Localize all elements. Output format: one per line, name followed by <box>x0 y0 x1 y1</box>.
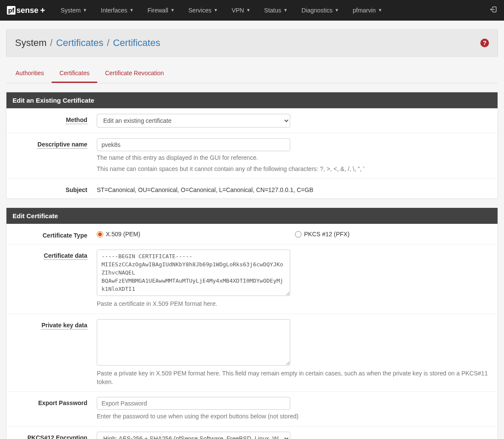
crumb-separator: / <box>107 37 110 49</box>
caret-down-icon: ▼ <box>283 0 288 21</box>
nav-item-system[interactable]: System▼ <box>54 0 94 21</box>
nav-item-interfaces[interactable]: Interfaces▼ <box>94 0 141 21</box>
caret-down-icon: ▼ <box>246 0 250 21</box>
caret-down-icon: ▼ <box>129 0 134 21</box>
label-cert-type: Certificate Type <box>11 229 97 239</box>
brand-logo[interactable]: pf sense + <box>7 6 45 15</box>
nav-item-firewall[interactable]: Firewall▼ <box>141 0 181 21</box>
brand-box: pf <box>7 6 15 15</box>
logout-icon[interactable] <box>489 6 497 15</box>
page-header: System / Certificates / Certificates ? <box>6 29 498 57</box>
method-select[interactable]: Edit an existing certificate <box>97 114 290 128</box>
export-password-input[interactable] <box>97 397 290 410</box>
help-text: This name can contain spaces but it cann… <box>97 165 493 174</box>
panel-edit-existing: Edit an Existing Certificate Method Edit… <box>6 92 498 199</box>
breadcrumb: System / Certificates / Certificates <box>15 37 160 49</box>
help-icon[interactable]: ? <box>480 39 489 47</box>
tab-certificates[interactable]: Certificates <box>52 64 97 83</box>
nav-item-user[interactable]: pfmarvin▼ <box>346 0 389 21</box>
panel-heading: Edit Certificate <box>6 208 498 224</box>
radio-pkcs12-input[interactable] <box>295 231 301 238</box>
tabs: Authorities Certificates Certificate Rev… <box>6 64 498 83</box>
label-p12-encryption: PKCS#12 Encryption <box>11 432 97 439</box>
caret-down-icon: ▼ <box>214 0 218 21</box>
brand-text: sense <box>16 6 38 15</box>
nav-item-services[interactable]: Services▼ <box>181 0 225 21</box>
help-text: The name of this entry as displayed in t… <box>97 154 493 162</box>
label-export-password: Export Password <box>11 397 97 421</box>
panel-edit-certificate: Edit Certificate Certificate Type X.509 … <box>6 207 498 439</box>
help-text: Enter the password to use when using the… <box>97 412 493 421</box>
label-key-data: Private key data <box>11 319 97 386</box>
caret-down-icon: ▼ <box>335 0 339 21</box>
panel-heading: Edit an Existing Certificate <box>6 92 498 108</box>
label-descriptive-name: Descriptive name <box>11 138 97 173</box>
help-text: Paste a certificate in X.509 PEM format … <box>97 300 493 308</box>
caret-down-icon: ▼ <box>170 0 175 21</box>
key-data-textarea[interactable] <box>97 319 290 366</box>
radio-x509[interactable]: X.509 (PEM) <box>97 231 295 238</box>
nav-item-vpn[interactable]: VPN▼ <box>225 0 258 21</box>
crumb-separator: / <box>50 37 52 49</box>
label-method: Method <box>11 114 97 128</box>
crumb-root[interactable]: System <box>15 37 46 49</box>
tab-revocation[interactable]: Certificate Revocation <box>97 64 172 83</box>
help-text: Paste a private key in X.509 PEM format … <box>97 369 493 386</box>
tab-authorities[interactable]: Authorities <box>8 64 52 83</box>
label-subject: Subject <box>11 184 97 193</box>
nav-item-status[interactable]: Status▼ <box>257 0 295 21</box>
brand-plus: + <box>40 6 45 15</box>
crumb-mid[interactable]: Certificates <box>56 37 103 49</box>
cert-data-textarea[interactable]: -----BEGIN CERTIFICATE----- MIIESzCCAzOg… <box>97 250 290 296</box>
nav-menu: System▼ Interfaces▼ Firewall▼ Services▼ … <box>54 0 389 21</box>
caret-down-icon: ▼ <box>378 0 382 21</box>
label-cert-data: Certificate data <box>11 250 97 308</box>
caret-down-icon: ▼ <box>83 0 87 21</box>
descriptive-name-input[interactable] <box>97 138 290 151</box>
radio-pkcs12[interactable]: PKCS #12 (PFX) <box>295 231 493 238</box>
nav-item-diagnostics[interactable]: Diagnostics▼ <box>295 0 346 21</box>
radio-x509-input[interactable] <box>97 231 103 238</box>
p12-encryption-select[interactable]: High: AES-256 + SHA256 (pfSense Software… <box>97 432 290 439</box>
crumb-leaf[interactable]: Certificates <box>113 37 160 49</box>
top-navbar: pf sense + System▼ Interfaces▼ Firewall▼… <box>0 0 504 21</box>
subject-value: ST=Canonical, OU=Canonical, O=Canonical,… <box>97 184 493 193</box>
